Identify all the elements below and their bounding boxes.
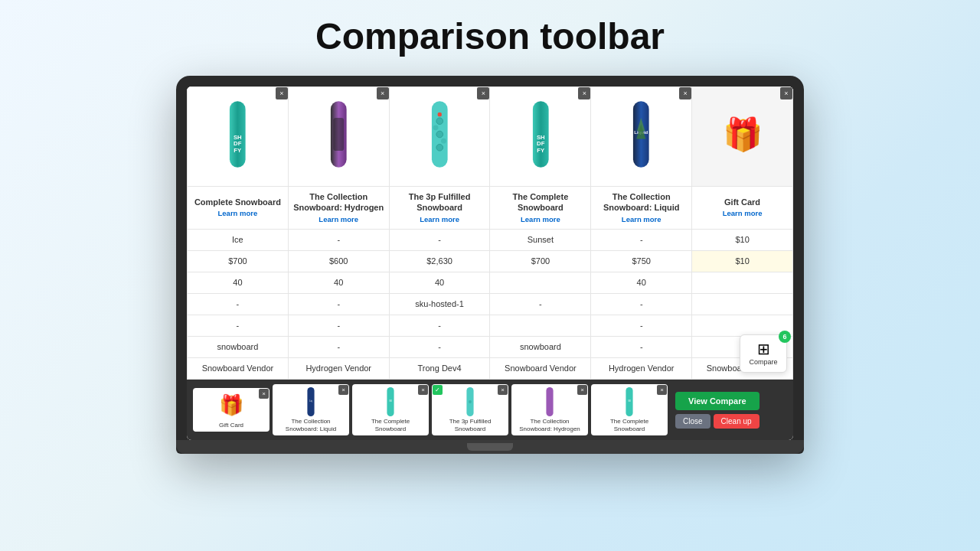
inventory-4 xyxy=(490,272,591,293)
product-name-4: The Complete Snowboard Learn more xyxy=(490,187,591,230)
learn-more-3[interactable]: Learn more xyxy=(393,215,487,224)
color-6: $10 xyxy=(692,229,793,250)
compare-icon: ⊞ xyxy=(746,341,780,357)
barcode-1: - xyxy=(188,315,289,336)
learn-more-1[interactable]: Learn more xyxy=(191,209,285,218)
close-product-5[interactable]: × xyxy=(679,87,691,99)
toolbar-item-img-5 xyxy=(543,387,557,416)
laptop-frame: × xyxy=(176,76,804,454)
close-button[interactable]: Close xyxy=(675,414,710,429)
learn-more-6[interactable]: Learn more xyxy=(695,209,789,218)
product-image-cell-1: × xyxy=(188,87,289,187)
close-product-2[interactable]: × xyxy=(377,87,389,99)
toolbar-item-close-1[interactable]: × xyxy=(259,389,269,399)
product-image-cell-6: × 🎁 xyxy=(692,87,793,187)
compare-widget-label: Compare xyxy=(746,358,780,366)
svg-rect-27 xyxy=(546,387,553,416)
barcode-2: - xyxy=(288,315,389,336)
color-3: - xyxy=(389,229,490,250)
price-3: $2,630 xyxy=(389,250,490,272)
vendor-2: Hydrogen Vendor xyxy=(288,357,389,379)
price-2: $600 xyxy=(288,250,389,272)
color-2: - xyxy=(288,229,389,250)
svg-text:DF: DF xyxy=(537,140,545,147)
vendor-3: Trong Dev4 xyxy=(389,357,490,379)
toolbar-item-img-6: SB xyxy=(622,387,636,416)
toolbar-item-2[interactable]: × Liq The Collection Snowboard: Liquid xyxy=(273,384,349,435)
toolbar-item-name-1: Gift Card xyxy=(219,422,243,429)
inventory-5: 40 xyxy=(591,272,692,293)
toolbar-item-img-2: Liq xyxy=(304,387,318,416)
barcode-6 xyxy=(692,315,793,336)
compare-count-badge: 6 xyxy=(779,331,791,343)
toolbar-item-close-4[interactable]: × xyxy=(498,385,508,395)
laptop-base xyxy=(176,440,804,454)
comparison-table: × xyxy=(187,86,793,380)
toolbar-item-5[interactable]: × The Collection Snowboard: Hydrogen xyxy=(511,384,588,435)
toolbar-item-name-2: The Collection Snowboard: Liquid xyxy=(276,418,346,432)
toolbar-item-close-5[interactable]: × xyxy=(577,385,587,395)
product-name-3: The 3p Fulfilled Snowboard Learn more xyxy=(389,187,490,230)
toolbar-item-close-6[interactable]: × xyxy=(657,385,667,395)
svg-text:SH: SH xyxy=(537,133,545,140)
inventory-6 xyxy=(692,272,793,293)
toolbar-item-name-3: The Complete Snowboard xyxy=(355,418,426,432)
toolbar-item-close-3[interactable]: × xyxy=(418,385,428,395)
product-name-5: The Collection Snowboard: Liquid Learn m… xyxy=(591,187,692,230)
product-name-6: Gift Card Learn more xyxy=(692,187,793,230)
close-product-3[interactable]: × xyxy=(477,87,489,99)
toolbar-item-3[interactable]: × SB The Complete Snowboard xyxy=(352,384,429,435)
toolbar-item-name-6: The Complete Snowboard xyxy=(594,418,665,432)
barcode-3: - xyxy=(389,315,490,336)
price-1: $700 xyxy=(188,250,289,272)
svg-rect-5 xyxy=(333,117,344,150)
sku-3: sku-hosted-1 xyxy=(389,293,490,315)
toolbar-item-1[interactable]: × 🎁 Gift Card xyxy=(193,388,270,432)
inventory-1: 40 xyxy=(188,272,289,293)
product-image-cell-2: × xyxy=(288,87,389,187)
color-4: Sunset xyxy=(490,229,591,250)
toolbar-item-img-1: 🎁 xyxy=(219,391,243,420)
bottom-btn-row: Close Clean up xyxy=(675,414,760,429)
close-product-1[interactable]: × xyxy=(276,87,288,99)
product-image-cell-5: × xyxy=(591,87,692,187)
product-name-2: The Collection Snowboard: Hydrogen Learn… xyxy=(288,187,389,230)
svg-point-7 xyxy=(436,117,443,124)
cleanup-button[interactable]: Clean up xyxy=(714,414,760,429)
toolbar-item-check-4: ✓ xyxy=(433,385,443,395)
page-title: Comparison toolbar xyxy=(315,15,665,57)
close-product-4[interactable]: × xyxy=(578,87,590,99)
view-compare-button[interactable]: View Compare xyxy=(675,392,760,410)
learn-more-5[interactable]: Learn more xyxy=(594,215,688,224)
compare-widget[interactable]: 6 ⊞ Compare xyxy=(740,334,787,373)
svg-point-8 xyxy=(436,131,443,138)
price-4: $700 xyxy=(490,250,591,272)
toolbar-item-6[interactable]: × SB The Complete Snowboard xyxy=(591,384,668,435)
sku-1: - xyxy=(188,293,289,315)
svg-point-9 xyxy=(436,144,443,151)
svg-point-10 xyxy=(433,125,438,130)
learn-more-4[interactable]: Learn more xyxy=(493,215,587,224)
toolbar-actions: View Compare Close Clean up xyxy=(675,392,760,429)
type-1: snowboard xyxy=(188,336,289,357)
inventory-3: 40 xyxy=(389,272,490,293)
barcode-5: - xyxy=(591,315,692,336)
learn-more-2[interactable]: Learn more xyxy=(292,215,386,224)
price-6: $10 xyxy=(692,250,793,272)
sku-4: - xyxy=(490,293,591,315)
comparison-area: × xyxy=(187,86,793,440)
barcode-4 xyxy=(490,315,591,336)
type-2: - xyxy=(288,336,389,357)
color-5: - xyxy=(591,229,692,250)
sku-2: - xyxy=(288,293,389,315)
bottom-toolbar: × 🎁 Gift Card × Liq The Collect xyxy=(187,380,793,440)
toolbar-item-img-3: SB xyxy=(384,387,397,416)
toolbar-item-close-2[interactable]: × xyxy=(338,385,348,395)
svg-text:DF: DF xyxy=(234,140,242,147)
vendor-5: Hydrogen Vendor xyxy=(591,357,692,379)
toolbar-item-4[interactable]: × ✓ The 3p Fulfilled Snowboard xyxy=(432,384,508,435)
svg-point-26 xyxy=(469,400,472,403)
svg-rect-12 xyxy=(437,112,441,116)
close-product-6[interactable]: × xyxy=(780,87,792,99)
toolbar-item-img-4 xyxy=(463,387,477,416)
